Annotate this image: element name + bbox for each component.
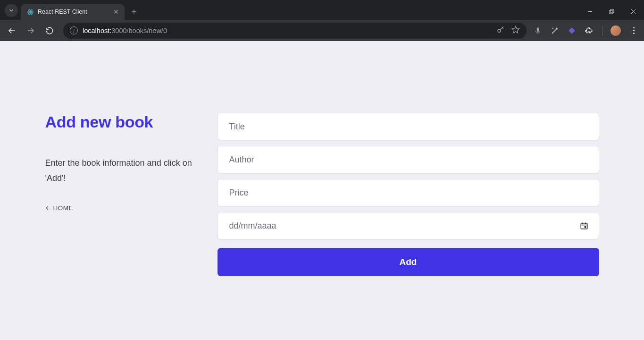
extension-icons [532, 23, 640, 39]
window-maximize-button[interactable] [601, 4, 622, 19]
svg-rect-6 [611, 9, 614, 13]
react-favicon-icon [26, 8, 34, 16]
date-input[interactable]: dd/mm/aaaa [217, 212, 599, 239]
toolbar-divider [602, 26, 602, 35]
date-placeholder-text: dd/mm/aaaa [229, 221, 276, 231]
home-link-label: HOME [53, 204, 74, 212]
svg-rect-18 [581, 223, 587, 229]
page-content: Add new book Enter the book information … [45, 41, 599, 276]
address-bar[interactable]: i localhost:3000/books/new/0 [63, 23, 527, 39]
title-input[interactable] [217, 113, 599, 140]
svg-point-15 [552, 28, 553, 29]
window-controls [579, 4, 644, 20]
author-input[interactable] [217, 146, 599, 173]
svg-rect-13 [537, 27, 539, 32]
site-info-icon[interactable]: i [70, 26, 78, 34]
tab-active[interactable]: React REST Client ✕ [21, 4, 125, 20]
nav-back-button[interactable] [4, 23, 20, 39]
new-tab-button[interactable]: ＋ [127, 5, 141, 18]
home-link[interactable]: HOME [45, 204, 74, 212]
tab-search-dropdown[interactable] [5, 4, 18, 17]
url-text: localhost:3000/books/new/0 [83, 27, 167, 34]
bookmark-star-icon[interactable] [511, 26, 520, 35]
profile-avatar[interactable] [610, 25, 621, 36]
svg-point-11 [498, 29, 501, 32]
price-input[interactable] [217, 179, 599, 206]
page-description: Enter the book information and click on … [45, 156, 208, 186]
extensions-puzzle-icon[interactable] [583, 25, 594, 36]
add-button[interactable]: Add [217, 248, 599, 276]
svg-point-0 [30, 11, 31, 13]
toolbar-row: i localhost:3000/books/new/0 [0, 20, 644, 41]
tab-title: React REST Client [38, 8, 87, 15]
extension-wand-icon[interactable] [549, 25, 560, 36]
svg-marker-12 [512, 26, 519, 33]
password-key-icon[interactable] [496, 26, 505, 35]
extension-mic-icon[interactable] [532, 25, 544, 36]
tabs-row: React REST Client ✕ ＋ [0, 0, 644, 20]
browser-menu-button[interactable] [627, 23, 640, 39]
extension-diamond-icon[interactable] [566, 25, 577, 36]
book-form: dd/mm/aaaa Add [217, 113, 599, 276]
svg-rect-5 [610, 10, 613, 14]
left-column: Add new book Enter the book information … [45, 113, 217, 276]
svg-rect-22 [584, 226, 586, 228]
calendar-icon[interactable] [580, 221, 588, 230]
svg-marker-16 [569, 27, 575, 34]
page-heading: Add new book [45, 113, 208, 131]
nav-reload-button[interactable] [42, 23, 58, 39]
tab-close-icon[interactable]: ✕ [113, 8, 119, 15]
nav-forward-button[interactable] [23, 23, 39, 39]
arrow-left-icon [45, 205, 51, 211]
page-viewport: Add new book Enter the book information … [0, 41, 644, 340]
window-minimize-button[interactable] [579, 4, 601, 19]
browser-chrome: React REST Client ✕ ＋ [0, 0, 644, 41]
window-close-button[interactable] [622, 4, 644, 19]
